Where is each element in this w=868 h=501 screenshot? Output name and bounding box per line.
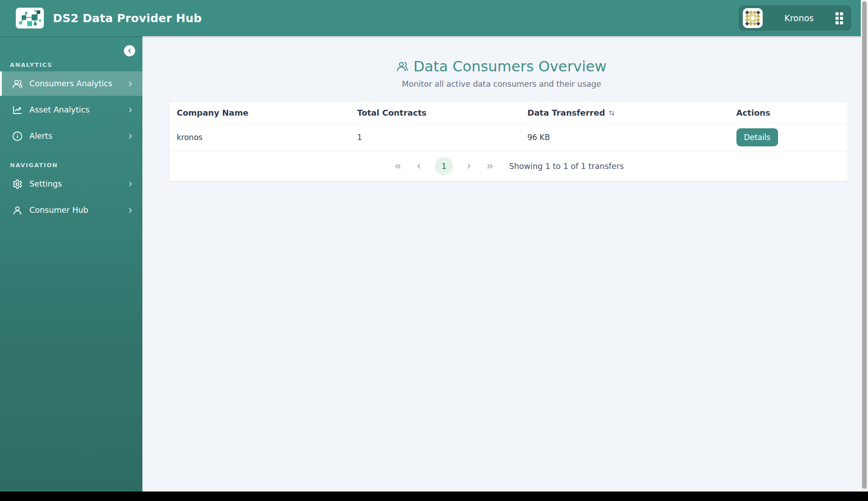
app-logo	[16, 8, 44, 28]
pagination-status: Showing 1 to 1 of 1 transfers	[509, 162, 624, 171]
cell-total-contracts: 1	[350, 124, 520, 151]
bottom-black-strip	[0, 492, 868, 501]
main-content: Data Consumers Overview Monitor all acti…	[142, 36, 861, 492]
sidebar-item-label: Alerts	[29, 131, 120, 140]
chevron-right-icon	[127, 106, 134, 114]
previous-page-button[interactable]	[414, 162, 423, 171]
tenant-avatar	[743, 8, 763, 28]
sidebar-item-alerts[interactable]: Alerts	[0, 124, 142, 148]
chevron-left-icon	[414, 162, 423, 171]
chevron-right-icon	[127, 180, 134, 188]
app-title: DS2 Data Provider Hub	[53, 12, 202, 25]
cell-data-transferred: 96 KB	[520, 124, 729, 151]
users-icon	[396, 61, 408, 72]
line-chart-icon	[12, 105, 23, 115]
chevron-right-icon	[127, 80, 134, 88]
diamond-pattern-avatar-icon	[745, 10, 761, 26]
page-title-text: Data Consumers Overview	[413, 58, 606, 75]
vertical-scrollbar[interactable]	[861, 0, 868, 492]
pagination: 1 Showing 1 to 1 of 1 transfers	[170, 151, 848, 181]
consumers-table: Company Name Total Contracts Data Transf…	[170, 102, 848, 151]
cell-actions: Details	[729, 124, 848, 151]
sidebar-item-label: Settings	[29, 179, 120, 188]
sidebar-item-label: Consumer Hub	[29, 206, 120, 215]
column-header-data-transferred: Data Transferred	[520, 102, 729, 124]
scrollbar-thumb[interactable]	[862, 1, 867, 489]
column-header-actions: Actions	[729, 102, 848, 124]
sidebar-collapse-button[interactable]	[124, 45, 135, 56]
first-page-button[interactable]	[393, 162, 402, 171]
column-header-total-contracts: Total Contracts	[350, 102, 520, 124]
sidebar-item-label: Consumers Analytics	[29, 79, 120, 88]
sidebar-item-settings[interactable]: Settings	[0, 172, 142, 196]
chevron-right-icon	[465, 162, 474, 171]
next-page-button[interactable]	[465, 162, 474, 171]
tenant-name: Kronos	[763, 13, 835, 23]
users-icon	[12, 79, 23, 89]
sidebar-section-navigation: NAVIGATION	[0, 162, 142, 169]
page-title: Data Consumers Overview	[396, 58, 606, 75]
page-number-badge[interactable]: 1	[435, 157, 453, 175]
network-squares-logo-icon	[18, 9, 42, 27]
table-row: kronos 1 96 KB Details	[170, 124, 848, 151]
sidebar-item-asset-analytics[interactable]: Asset Analytics	[0, 98, 142, 122]
sidebar-item-consumer-hub[interactable]: Consumer Hub	[0, 198, 142, 222]
sidebar-item-label: Asset Analytics	[29, 105, 120, 114]
info-circle-icon	[12, 131, 23, 141]
chevrons-left-icon	[393, 162, 402, 171]
sort-control[interactable]: Data Transferred	[528, 108, 616, 117]
chevron-right-icon	[127, 132, 134, 140]
gear-icon	[12, 179, 23, 189]
grid-dots-icon[interactable]	[835, 12, 843, 24]
details-button[interactable]: Details	[736, 128, 778, 146]
app-header: DS2 Data Provider Hub	[0, 0, 868, 36]
tenant-switcher-button[interactable]: Kronos	[739, 5, 851, 31]
user-icon	[12, 205, 23, 215]
cell-company-name: kronos	[170, 124, 350, 151]
sidebar-item-consumers-analytics[interactable]: Consumers Analytics	[0, 71, 142, 96]
sidebar-section-analytics: ANALYTICS	[0, 61, 142, 68]
page-subtitle: Monitor all active data consumers and th…	[142, 80, 861, 89]
column-header-company-name: Company Name	[170, 102, 350, 124]
chevrons-right-icon	[486, 162, 495, 171]
chevron-left-icon	[126, 47, 133, 54]
chevron-right-icon	[127, 206, 134, 214]
sidebar: ANALYTICS Consumers Analytics Asset Anal…	[0, 36, 142, 492]
consumers-table-card: Company Name Total Contracts Data Transf…	[170, 102, 848, 181]
last-page-button[interactable]	[486, 162, 495, 171]
arrows-up-down-icon	[608, 109, 616, 117]
